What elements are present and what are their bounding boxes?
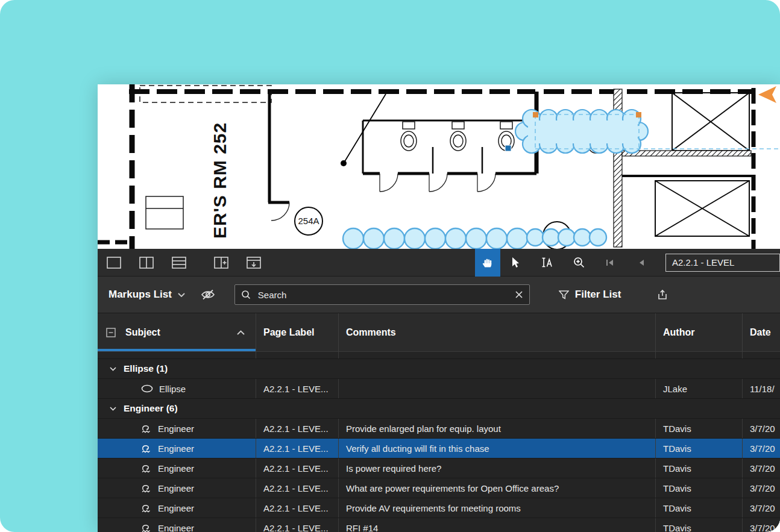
sort-ascending-icon[interactable] bbox=[237, 330, 245, 335]
app-window: ER'S RM 252 254A bbox=[98, 84, 780, 532]
chevron-down-icon[interactable] bbox=[110, 367, 116, 371]
room-label: ER'S RM 252 bbox=[210, 122, 230, 239]
comment-cell: RFI #14 bbox=[339, 518, 656, 532]
export-share-icon[interactable] bbox=[657, 289, 668, 300]
selection-handle-blue[interactable] bbox=[505, 145, 511, 151]
date-cell: 3/7/20 bbox=[743, 498, 780, 518]
detach-view-icon[interactable] bbox=[246, 256, 262, 269]
door-tag-bubble: 254A bbox=[295, 207, 322, 235]
ellipse-markup-icon bbox=[141, 384, 153, 393]
chevron-down-icon[interactable] bbox=[178, 293, 185, 297]
page-label-cell: A2.2.1 - LEVE... bbox=[256, 379, 339, 398]
date-cell: 11/18/ bbox=[743, 379, 780, 398]
floorplan-canvas[interactable]: ER'S RM 252 254A bbox=[98, 84, 780, 249]
floorplan-viewport[interactable]: ER'S RM 252 254A bbox=[98, 84, 780, 249]
split-vertical-icon[interactable] bbox=[139, 256, 154, 269]
column-header-comments[interactable]: Comments bbox=[339, 313, 656, 351]
zoom-icon[interactable] bbox=[563, 249, 594, 277]
date-cell: 3/7/20 bbox=[743, 419, 780, 438]
clear-search-x-icon[interactable] bbox=[515, 290, 523, 299]
selection-handle-left[interactable] bbox=[533, 112, 538, 117]
date-cell: 3/7/20 bbox=[743, 439, 780, 458]
markup-row[interactable]: Engineer A2.2.1 - LEVE... Provide enlarg… bbox=[98, 419, 780, 439]
markups-list-title[interactable]: Markups List bbox=[109, 289, 172, 301]
select-text-icon[interactable] bbox=[532, 249, 563, 277]
subject-cell: Ellipse bbox=[159, 384, 186, 394]
subject-cell: Engineer bbox=[158, 424, 194, 434]
column-header-page-label[interactable]: Page Label bbox=[256, 313, 339, 351]
engineer-callout-icon bbox=[141, 504, 152, 513]
comment-cell: What are power requirements for Open Off… bbox=[339, 478, 656, 498]
column-label: Subject bbox=[125, 327, 160, 338]
subject-cell: Engineer bbox=[158, 503, 194, 513]
date-cell: 3/7/20 bbox=[743, 478, 780, 498]
date-cell: 3/7/20 bbox=[743, 518, 780, 532]
search-box bbox=[234, 284, 530, 305]
column-label: Author bbox=[663, 327, 694, 338]
comment-cell: Provide AV requirements for meeting room… bbox=[339, 498, 656, 518]
search-input[interactable] bbox=[257, 289, 515, 301]
group-label: Engineer (6) bbox=[124, 403, 178, 414]
view-toolbar: A2.2.1 - LEVEL bbox=[98, 249, 780, 277]
sorted-column-underline bbox=[98, 349, 256, 351]
column-header-date[interactable]: Date bbox=[743, 313, 780, 351]
column-label: Comments bbox=[346, 327, 396, 338]
filter-list-button[interactable]: Filter List bbox=[559, 289, 621, 301]
page-label-cell: A2.2.1 - LEVE... bbox=[256, 439, 339, 458]
door-tag-text: 254A bbox=[298, 216, 319, 226]
hide-markups-eye-slash-icon[interactable] bbox=[201, 289, 215, 300]
markups-table-header: Subject Page Label Comments Author Date bbox=[98, 313, 780, 352]
author-cell: TDavis bbox=[656, 478, 743, 498]
markup-row[interactable]: Engineer A2.2.1 - LEVE... Provide AV req… bbox=[98, 498, 780, 518]
markup-row[interactable]: Engineer A2.2.1 - LEVE... RFI #14 TDavis… bbox=[98, 518, 780, 532]
filter-list-label: Filter List bbox=[575, 289, 621, 301]
screenshot-canvas: ER'S RM 252 254A bbox=[0, 0, 780, 532]
author-cell: TDavis bbox=[656, 458, 743, 478]
search-icon bbox=[241, 290, 251, 299]
pan-hand-icon[interactable] bbox=[475, 249, 500, 277]
comment-cell: Is power required here? bbox=[339, 458, 656, 478]
split-horizontal-icon[interactable] bbox=[171, 256, 187, 269]
selection-handle-right[interactable] bbox=[636, 112, 641, 117]
markup-row[interactable]: Engineer A2.2.1 - LEVE... Is power requi… bbox=[98, 458, 780, 478]
comment-cell: Provide enlarged plan for equip. layout bbox=[339, 419, 656, 438]
markups-table-body: Ellipse (1) Ellipse A2.2.1 - LEVE... JLa… bbox=[98, 352, 780, 532]
previous-page-icon[interactable] bbox=[626, 249, 657, 277]
column-label: Date bbox=[750, 327, 771, 338]
group-row-engineer[interactable]: Engineer (6) bbox=[98, 399, 780, 419]
subject-cell: Engineer bbox=[158, 523, 194, 532]
page-label-cell: A2.2.1 - LEVE... bbox=[256, 518, 339, 532]
page-label-cell: A2.2.1 - LEVE... bbox=[256, 478, 339, 498]
author-cell: TDavis bbox=[656, 518, 743, 532]
first-page-icon[interactable] bbox=[594, 249, 626, 277]
plan-background bbox=[98, 84, 780, 249]
group-row-ellipse[interactable]: Ellipse (1) bbox=[98, 359, 780, 379]
collapse-all-checkbox[interactable] bbox=[106, 328, 116, 337]
single-view-icon[interactable] bbox=[106, 256, 122, 269]
author-cell: JLake bbox=[656, 379, 743, 398]
page-label-cell: A2.2.1 - LEVE... bbox=[256, 458, 339, 478]
markup-row-selected[interactable]: Engineer A2.2.1 - LEVE... Verify all duc… bbox=[98, 439, 780, 458]
author-cell: TDavis bbox=[656, 498, 743, 518]
new-split-view-icon[interactable] bbox=[213, 256, 229, 269]
page-label-dropdown[interactable]: A2.2.1 - LEVEL bbox=[665, 254, 780, 272]
author-cell: TDavis bbox=[656, 439, 743, 458]
page-label-text: A2.2.1 - LEVEL bbox=[672, 257, 734, 268]
column-header-author[interactable]: Author bbox=[656, 313, 743, 351]
page-label-cell: A2.2.1 - LEVE... bbox=[256, 498, 339, 518]
engineer-callout-icon bbox=[141, 464, 152, 473]
select-cursor-icon[interactable] bbox=[500, 249, 532, 277]
markup-row[interactable]: Ellipse A2.2.1 - LEVE... JLake 11/18/ bbox=[98, 379, 780, 399]
page-label-cell: A2.2.1 - LEVE... bbox=[256, 419, 339, 438]
column-header-subject[interactable]: Subject bbox=[98, 313, 256, 351]
filter-funnel-icon bbox=[559, 290, 569, 299]
chevron-down-icon[interactable] bbox=[110, 407, 116, 411]
subject-cell: Engineer bbox=[158, 463, 194, 474]
markup-row[interactable]: Engineer A2.2.1 - LEVE... What are power… bbox=[98, 478, 780, 498]
markups-list-toolbar: Markups List bbox=[98, 277, 780, 313]
subject-cell: Engineer bbox=[158, 443, 194, 454]
date-cell: 3/7/20 bbox=[743, 458, 780, 478]
group-label: Ellipse (1) bbox=[124, 363, 168, 374]
subject-cell: Engineer bbox=[158, 483, 194, 493]
comment-cell bbox=[339, 379, 656, 398]
